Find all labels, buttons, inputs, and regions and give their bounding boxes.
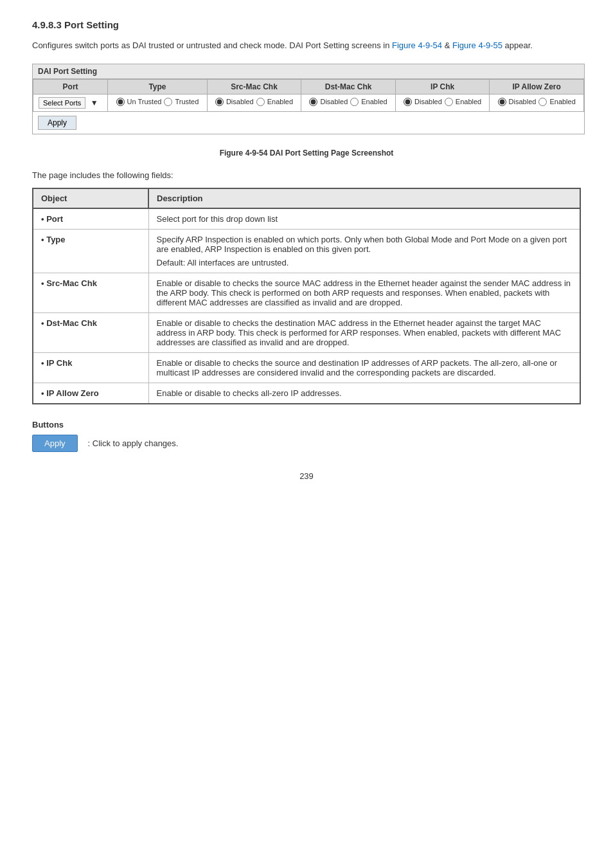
- col-port: Port: [33, 79, 108, 94]
- col-dst-mac: Dst-Mac Chk: [301, 79, 396, 94]
- dai-table: Port Type Src-Mac Chk Dst-Mac Chk IP Chk…: [33, 79, 584, 112]
- figure-caption-text: Figure 4-9-54 DAI Port Setting Page Scre…: [220, 149, 394, 158]
- select-ports-button[interactable]: Select Ports: [39, 97, 85, 109]
- ipz-enabled-label: Enabled: [549, 98, 575, 105]
- buttons-row: Apply : Click to apply changes.: [32, 435, 581, 452]
- desc-type-p1: Specify ARP Inspection is enabled on whi…: [157, 235, 573, 254]
- figure-caption: Figure 4-9-54 DAI Port Setting Page Scre…: [32, 149, 581, 158]
- ipz-enabled-radio[interactable]: [538, 98, 547, 106]
- col-src-mac: Src-Mac Chk: [207, 79, 301, 94]
- obj-port: • Port: [33, 208, 148, 230]
- description-table: Object Description • Port Select port fo…: [32, 188, 581, 404]
- src-enabled-label: Enabled: [267, 98, 293, 105]
- dropdown-arrow-icon: ▼: [91, 98, 98, 107]
- dai-box-title: DAI Port Setting: [33, 64, 584, 79]
- type-cell: Un Trusted Trusted: [108, 94, 208, 111]
- type-untrusted-label: Un Trusted: [127, 98, 162, 105]
- desc-type: Specify ARP Inspection is enabled on whi…: [148, 229, 580, 273]
- desc-port: Select port for this drop down list: [148, 208, 580, 230]
- obj-ip-allow-zero: • IP Allow Zero: [33, 383, 148, 404]
- obj-ip-chk: • IP Chk: [33, 352, 148, 383]
- intro-text1: Configures switch ports as DAI trusted o…: [32, 41, 392, 50]
- obj-dst-mac: • Dst-Mac Chk: [33, 312, 148, 352]
- ipz-cell: Disabled Enabled: [490, 94, 584, 111]
- row-ip-chk: • IP Chk Enable or disable to checks the…: [33, 352, 580, 383]
- port-cell: Select Ports ▼: [33, 94, 108, 111]
- desc-ip-allow-zero: Enable or disable to checks all-zero IP …: [148, 383, 580, 404]
- row-src-mac: • Src-Mac Chk Enable or disable to check…: [33, 273, 580, 312]
- dst-disabled-label: Disabled: [320, 98, 348, 105]
- ipchk-disabled-radio[interactable]: [404, 98, 412, 106]
- row-port: • Port Select port for this drop down li…: [33, 208, 580, 230]
- col-description: Description: [148, 188, 580, 208]
- row-type: • Type Specify ARP Inspection is enabled…: [33, 229, 580, 273]
- figure-link-1[interactable]: Figure 4-9-54: [392, 41, 442, 50]
- section-title: 4.9.8.3 Port Setting: [32, 19, 581, 30]
- src-disabled-label: Disabled: [226, 98, 254, 105]
- intro-text3: appear.: [502, 41, 533, 50]
- desc-type-p2: Default: All interfaces are untrusted.: [157, 258, 573, 267]
- row-ip-allow-zero: • IP Allow Zero Enable or disable to che…: [33, 383, 580, 404]
- table-row: Select Ports ▼ Un Trusted Trusted Disabl…: [33, 94, 584, 111]
- page-number: 239: [32, 471, 581, 481]
- dai-apply-button[interactable]: Apply: [38, 116, 76, 130]
- fields-intro: The page includes the following fields:: [32, 170, 581, 180]
- dst-enabled-radio[interactable]: [350, 98, 359, 106]
- figure-link-2[interactable]: Figure 4-9-55: [452, 41, 502, 50]
- desc-src-mac: Enable or disable to checks the source M…: [148, 273, 580, 312]
- dai-apply-row: Apply: [33, 112, 584, 134]
- type-untrusted-radio[interactable]: [116, 98, 125, 106]
- dst-enabled-label: Enabled: [361, 98, 387, 105]
- buttons-label: Buttons: [32, 420, 581, 429]
- col-type: Type: [108, 79, 208, 94]
- dst-disabled-radio[interactable]: [309, 98, 317, 106]
- buttons-section: Buttons Apply : Click to apply changes.: [32, 420, 581, 452]
- apply-desc: : Click to apply changes.: [88, 439, 179, 448]
- ip-chk-cell: Disabled Enabled: [395, 94, 490, 111]
- ipchk-disabled-label: Disabled: [414, 98, 442, 105]
- desc-ip-chk: Enable or disable to checks the source a…: [148, 352, 580, 383]
- ipchk-enabled-label: Enabled: [456, 98, 481, 105]
- src-mac-cell: Disabled Enabled: [207, 94, 301, 111]
- type-trusted-radio[interactable]: [164, 98, 172, 106]
- intro-paragraph: Configures switch ports as DAI trusted o…: [32, 39, 581, 52]
- obj-src-mac: • Src-Mac Chk: [33, 273, 148, 312]
- intro-text2: &: [442, 41, 452, 50]
- col-object: Object: [33, 188, 148, 208]
- desc-dst-mac: Enable or disable to checks the destinat…: [148, 312, 580, 352]
- ipz-disabled-label: Disabled: [509, 98, 537, 105]
- col-ip-allow-zero: IP Allow Zero: [490, 79, 584, 94]
- ipz-disabled-radio[interactable]: [498, 98, 506, 106]
- type-trusted-label: Trusted: [175, 98, 199, 105]
- dai-box: DAI Port Setting Port Type Src-Mac Chk D…: [32, 64, 585, 134]
- apply-button[interactable]: Apply: [32, 435, 78, 452]
- src-disabled-radio[interactable]: [215, 98, 224, 106]
- ipchk-enabled-radio[interactable]: [445, 98, 453, 106]
- col-ip-chk: IP Chk: [395, 79, 490, 94]
- row-dst-mac: • Dst-Mac Chk Enable or disable to check…: [33, 312, 580, 352]
- src-enabled-radio[interactable]: [256, 98, 265, 106]
- dst-mac-cell: Disabled Enabled: [301, 94, 396, 111]
- obj-type: • Type: [33, 229, 148, 273]
